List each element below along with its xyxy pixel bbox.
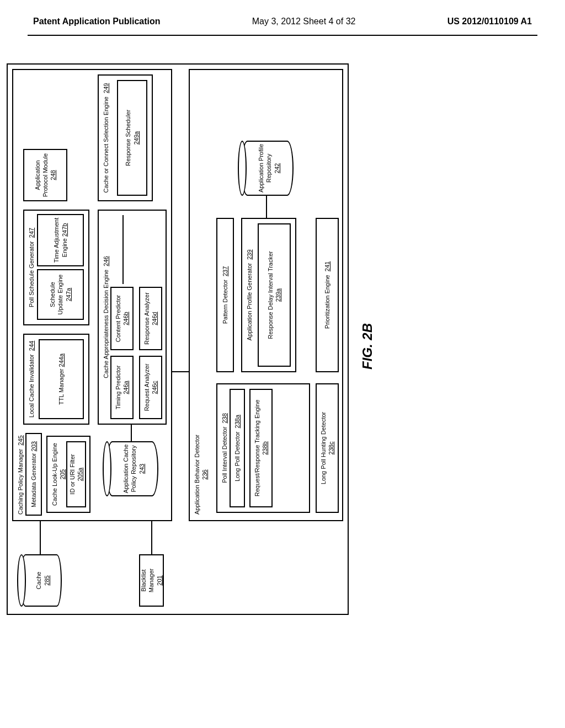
application-protocol-module-box: Application Protocol Module248 [23, 149, 67, 201]
schedule-update-label: Schedule Update Engine 247a [49, 272, 72, 317]
app-profile-repo-cylinder: Application Profile Repository242 [241, 141, 294, 196]
request-analyzer-label: Request Analyzer246c [143, 363, 159, 411]
content-predictor-box: Content Predictor246b [110, 287, 134, 350]
page-header: Patent Application Publication May 3, 20… [0, 0, 565, 32]
prioritization-engine-box: Prioritization Engine 241 [316, 218, 339, 372]
id-uri-filter-label: ID or URI Filter205a [68, 454, 84, 494]
response-delay-tracker-label: Response Delay Interval Tracker239a [266, 251, 282, 339]
app-behavior-detector-label: Application Behavior Detector236 [193, 435, 209, 515]
cache-lookup-label: Cache Look-Up Engine205 [50, 443, 67, 506]
cache-connect-label: Cache or Connect Selection Engine 249 [101, 83, 110, 193]
cache-cylinder: Cache285 [20, 554, 62, 607]
connector-blacklist [151, 521, 152, 554]
long-poll-detector-box: Long Poll Detector 238a [230, 389, 245, 507]
long-poll-hunting-label: Long Poll Hunting Detector238c [319, 412, 335, 484]
caching-policy-manager-label: Caching Policy Manager 245 [17, 435, 24, 515]
connector-cache [40, 521, 41, 554]
id-uri-filter-box: ID or URI Filter205a [66, 441, 86, 507]
request-analyzer-box: Request Analyzer246c [139, 356, 162, 419]
connector-246 [122, 215, 124, 284]
long-poll-detector-label: Long Poll Detector 238a [233, 415, 241, 481]
response-delay-tracker-box: Response Delay Interval Tracker239a [258, 223, 291, 367]
response-scheduler-box: Response Scheduler249a [117, 80, 147, 196]
app-cache-policy-repo-cylinder: Application Cache Policy Repository243 [106, 441, 158, 496]
schedule-update-engine-box: Schedule Update Engine 247a [37, 269, 84, 320]
response-analyzer-box: Response Analyzer246d [139, 287, 162, 350]
ttl-manager-box: TTL Manager 244a [39, 339, 84, 419]
local-cache-invalidator-label: Local Cache Invalidator 244 [26, 341, 35, 417]
header-right: US 2012/0110109 A1 [447, 17, 532, 26]
connector-242 [266, 196, 267, 218]
response-scheduler-label: Response Scheduler249a [124, 110, 140, 166]
metadata-generator-box: Metadata Generator 203 [25, 433, 42, 516]
app-profile-generator-label: Application Profile Generator 239 [244, 249, 253, 340]
time-adjustment-label: Time Adjustment Engine 247b [52, 217, 68, 263]
req-resp-tracking-label: Request/Response Tracking Engine238b [253, 400, 269, 497]
figure-label: FIG. 2B [360, 323, 375, 370]
metadata-generator-label: Metadata Generator 203 [30, 441, 38, 507]
connector-243 [131, 425, 132, 441]
app-protocol-label: Application Protocol Module248 [34, 152, 57, 198]
prioritization-engine-label: Prioritization Engine 241 [323, 261, 331, 329]
diagram: Caching Policy Manager 245 Cache285 Meta… [7, 119, 558, 615]
req-resp-tracking-box: Request/Response Tracking Engine238b [249, 389, 273, 507]
timing-predictor-label: Timing Predictor246a [114, 366, 130, 410]
blacklist-manager-box: Blacklist Manager201 [139, 554, 164, 607]
header-left: Patent Application Publication [33, 17, 161, 26]
long-poll-hunting-box: Long Poll Hunting Detector238c [316, 383, 339, 513]
pattern-detector-box: Pattern Detector 237 [216, 218, 234, 372]
time-adjustment-engine-box: Time Adjustment Engine 247b [37, 214, 84, 266]
connector-vert [172, 371, 189, 372]
ttl-manager-label: TTL Manager 244a [57, 354, 65, 405]
response-analyzer-label: Response Analyzer246d [143, 292, 159, 345]
cache-appropriateness-label: Cache Appropriateness Decision Engine 24… [101, 256, 110, 378]
poll-schedule-generator-label: Poll Schedule Generator 247 [26, 228, 35, 307]
poll-interval-detector-label: Poll Interval Detector 238 [220, 413, 228, 483]
pattern-detector-label: Pattern Detector 237 [221, 266, 229, 324]
blacklist-manager-label: Blacklist Manager201 [140, 558, 163, 603]
header-center: May 3, 2012 Sheet 4 of 32 [252, 17, 356, 26]
timing-predictor-box: Timing Predictor246a [110, 356, 134, 419]
header-rule [28, 35, 537, 36]
content-predictor-label: Content Predictor246b [114, 295, 130, 342]
